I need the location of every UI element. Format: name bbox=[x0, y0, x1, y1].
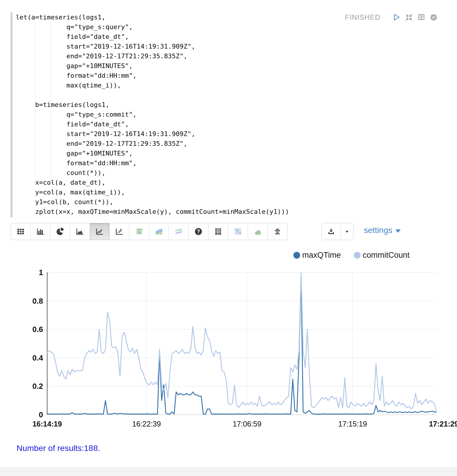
report-view-button[interactable] bbox=[417, 13, 426, 22]
code-editor[interactable]: let(a=timeseries(logs1, q="type_s:query"… bbox=[16, 12, 289, 216]
y-tick-label: 0.8 bbox=[32, 297, 43, 305]
chart-type-area-button[interactable] bbox=[70, 223, 90, 240]
centered-bar-icon bbox=[273, 227, 282, 236]
svg-text:?: ? bbox=[197, 229, 200, 234]
x-tick-label: 16:14:19 bbox=[32, 420, 62, 428]
chart-type-toolbar: ? bbox=[11, 223, 287, 240]
caret-down-icon bbox=[395, 229, 401, 233]
bar-chart-icon bbox=[36, 227, 45, 236]
paragraph-status: FINISHED bbox=[345, 13, 380, 22]
table-icon bbox=[16, 227, 25, 236]
download-options-button[interactable] bbox=[341, 223, 353, 240]
x-tick-label: 17:06:59 bbox=[233, 420, 261, 428]
paragraph-status-row: FINISHED bbox=[345, 13, 438, 22]
chart-type-line-button[interactable] bbox=[90, 223, 109, 240]
commitcount-line bbox=[47, 272, 436, 412]
run-paragraph-button[interactable] bbox=[392, 13, 401, 22]
chart-type-bar-button[interactable] bbox=[30, 223, 50, 240]
chart-type-bubble-button[interactable] bbox=[129, 223, 149, 240]
scatter-chart-icon bbox=[115, 227, 124, 236]
play-icon bbox=[392, 13, 401, 22]
area-chart-icon bbox=[75, 227, 84, 236]
compress-icon bbox=[405, 13, 413, 22]
chart-type-grouped-bar-button[interactable] bbox=[248, 223, 267, 240]
line-chart-icon bbox=[95, 227, 104, 236]
grouped-bar-icon bbox=[253, 227, 262, 236]
y-tick-label: 0.2 bbox=[32, 382, 43, 391]
spark-line-icon bbox=[174, 227, 183, 236]
results-count-text: Number of results:188. bbox=[17, 444, 100, 453]
editor-gutter-bar bbox=[11, 12, 12, 217]
line-chart: 10.80.60.40.2016:14:1916:22:3917:06:5917… bbox=[0, 250, 457, 439]
commitcount-legend-label: commitCount bbox=[363, 251, 410, 260]
chart-type-pie-button[interactable] bbox=[50, 223, 70, 240]
chart-type-scatter-button[interactable] bbox=[109, 223, 129, 240]
help-icon: ? bbox=[194, 227, 203, 236]
stacked-area-icon bbox=[154, 227, 163, 236]
chart-type-centered-bar-button[interactable] bbox=[267, 223, 287, 240]
book-icon bbox=[417, 13, 426, 22]
chart-legend: maxQTime commitCount bbox=[293, 251, 423, 260]
download-data-button[interactable] bbox=[322, 223, 341, 240]
download-icon bbox=[327, 227, 336, 236]
chart-type-stacked-area-button[interactable] bbox=[149, 223, 169, 240]
chart-type-spark-line-button[interactable] bbox=[169, 223, 188, 240]
maxqtime-legend-dot bbox=[293, 252, 300, 259]
settings-label: settings bbox=[364, 226, 392, 235]
pie-chart-icon bbox=[56, 227, 65, 236]
paragraph-settings-button[interactable] bbox=[429, 13, 438, 22]
chart-settings-toggle[interactable]: settings bbox=[364, 226, 401, 235]
x-tick-label: 16:22:39 bbox=[132, 420, 161, 428]
chart-type-heatmap-button[interactable] bbox=[228, 223, 248, 240]
maxqtime-legend-label: maxQTime bbox=[302, 251, 341, 260]
caret-down-icon bbox=[343, 228, 351, 235]
legend-item-commitcount[interactable]: commitCount bbox=[354, 251, 410, 260]
x-tick-label: 17:21:29 bbox=[429, 420, 457, 428]
next-paragraph-edge bbox=[0, 467, 457, 476]
y-tick-label: 1 bbox=[39, 268, 43, 277]
heatmap-icon bbox=[234, 227, 242, 236]
y-tick-label: 0.6 bbox=[32, 325, 43, 334]
chart-type-table-button[interactable] bbox=[11, 223, 30, 240]
export-button-group bbox=[321, 223, 354, 240]
chart-type-pivot-button[interactable] bbox=[208, 223, 228, 240]
commitcount-legend-dot bbox=[354, 252, 361, 259]
gear-icon bbox=[429, 13, 438, 22]
x-tick-label: 17:15:19 bbox=[338, 420, 367, 428]
legend-item-maxqtime[interactable]: maxQTime bbox=[293, 251, 341, 260]
pivot-table-icon bbox=[214, 227, 223, 236]
y-tick-label: 0.4 bbox=[32, 353, 43, 362]
bubble-chart-icon bbox=[135, 227, 144, 236]
y-tick-label: 0 bbox=[39, 410, 43, 419]
chart-help-button[interactable]: ? bbox=[188, 223, 208, 240]
collapse-paragraph-button[interactable] bbox=[405, 13, 413, 22]
